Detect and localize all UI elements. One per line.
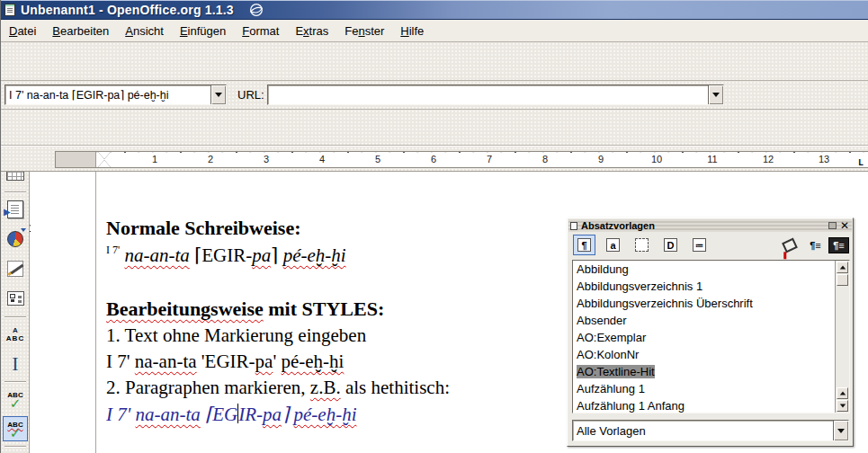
openoffice-logo-icon <box>246 2 266 18</box>
ruler-number: 8 <box>540 154 550 164</box>
style-list[interactable]: Abbildung Abbildungsverzeichnis 1 Abbild… <box>572 260 850 413</box>
toolbar-divider <box>4 316 26 318</box>
toolbar-divider <box>4 381 26 383</box>
page-styles-button[interactable]: D <box>659 235 682 255</box>
paragraph-styles-icon: ¶ <box>577 238 591 252</box>
page-text-boundary <box>95 172 96 453</box>
horizontal-ruler[interactable]: 1 2 3 4 5 6 7 8 9 10 11 12 13 L <box>55 151 868 168</box>
ruler-row: L 1 2 3 4 5 6 7 8 9 10 11 12 13 L <box>1 146 868 172</box>
pen-icon <box>7 261 23 277</box>
stylist-title: Absatzvorlagen <box>581 220 655 231</box>
ruler-number: 13 <box>816 154 832 164</box>
numbering-styles-button[interactable]: ≔ <box>688 235 711 255</box>
doc-step1: 1. Text ohne Markierung eingeben <box>106 324 366 347</box>
update-style-icon: ¶≡ <box>828 237 849 253</box>
hyperlink-toolbar: I 7' na-an-ta ⌈EGIR-pa⌉ pé-eḫ-ḫi URL: <box>1 81 868 110</box>
scrollbar-thumb[interactable] <box>837 274 848 286</box>
ruler-number: 12 <box>760 154 776 164</box>
indent-marker[interactable] <box>98 152 111 167</box>
stylist-window: Absatzvorlagen ✕ ¶ a D ≔ ¶≡ ¶≡ Abbildung… <box>567 218 854 447</box>
doc-heading-styles: Bearbeitungsweise mit STYLES: <box>106 298 384 321</box>
scroll-up-button-2[interactable] <box>837 387 848 399</box>
style-list-item[interactable]: Aufzählung 1 Anfang <box>573 397 849 413</box>
chevron-down-icon <box>215 93 222 97</box>
character-styles-icon: a <box>606 238 620 252</box>
list-scrollbar[interactable] <box>835 261 849 413</box>
menu-datei[interactable]: Datei <box>1 22 44 40</box>
ruler-number: 6 <box>428 154 439 164</box>
style-list-item[interactable]: Absender <box>573 312 849 329</box>
close-button[interactable]: ✕ <box>840 221 849 230</box>
stylist-title-bar[interactable]: Absatzvorlagen ✕ <box>568 219 852 232</box>
chart-pie-icon <box>7 231 23 247</box>
right-tab-marker: L <box>858 158 864 168</box>
auto-spellcheck-button[interactable]: ABC ✓ <box>3 416 28 441</box>
doc-line-hittite: I 7' na-an-ta ⌈EGIR-pa⌉ pé-eḫ-ḫi <box>106 404 357 426</box>
autotext-button[interactable]: A ABC <box>3 322 28 347</box>
style-list-item[interactable]: Abbildungsverzeichnis Überschrift <box>573 295 849 312</box>
application-window: Unbenannt1 - OpenOffice.org 1.1.3 Datei … <box>0 0 868 453</box>
ruler-number: 5 <box>372 154 383 164</box>
url-input[interactable] <box>267 84 724 105</box>
toolbar-divider <box>4 446 26 448</box>
style-list-item[interactable]: AO:Exemplar <box>573 329 849 346</box>
style-list-item-selected[interactable]: AO:Textline-Hit <box>573 363 849 380</box>
stick-button[interactable] <box>828 222 837 229</box>
ruler-number: 10 <box>649 154 665 164</box>
scroll-down-button[interactable] <box>837 400 848 412</box>
first-line-indent-icon <box>98 152 111 159</box>
url-dropdown-button[interactable] <box>708 85 723 104</box>
menu-fenster[interactable]: Fenster <box>336 22 392 40</box>
form-functions-button[interactable] <box>3 286 28 311</box>
menu-extras[interactable]: Extras <box>287 22 336 40</box>
menu-format[interactable]: Format <box>234 22 287 40</box>
menu-einfuegen[interactable]: Einfügen <box>172 22 234 40</box>
insert-object-button[interactable] <box>3 226 28 252</box>
cursor-i-icon: I <box>12 352 18 376</box>
function-toolbar: ➜PDF ✂ ↶ ↷ 150% <box>1 42 868 81</box>
find-button[interactable] <box>3 449 28 453</box>
triangle-down-icon <box>839 404 845 408</box>
triangle-up-icon <box>839 266 845 270</box>
style-list-item[interactable]: Abbildungsverzeichnis 1 <box>573 278 849 295</box>
character-styles-button[interactable]: a <box>602 235 624 255</box>
style-filter-combobox[interactable]: Alle Vorlagen <box>572 420 849 441</box>
format-toolbar: AO:Textline-Hit Semiramis 12 A A A ▶¶ ¶◀… <box>1 110 868 146</box>
form-icon <box>7 291 24 306</box>
title-bar[interactable]: Unbenannt1 - OpenOffice.org 1.1.3 <box>1 0 868 20</box>
doc-line-plain: I 7' na-an-ta 'EGIR-pa' pé-eḫ-ḫi <box>106 351 344 373</box>
style-filter-value: Alle Vorlagen <box>577 424 646 438</box>
insert-table-button[interactable] <box>3 172 28 186</box>
draw-functions-button[interactable] <box>3 256 28 281</box>
document-icon <box>4 4 15 16</box>
menu-ansicht[interactable]: Ansicht <box>117 22 172 40</box>
spellcheck-icon: ABC ✓ <box>7 391 22 408</box>
menu-hilfe[interactable]: Hilfe <box>392 22 432 40</box>
style-list-item[interactable]: Abbildung <box>573 261 849 278</box>
direct-cursor-button[interactable]: I <box>3 351 28 377</box>
paragraph-styles-button[interactable]: ¶ <box>573 235 595 255</box>
toolbar-divider <box>4 191 26 193</box>
ruler-number: 1 <box>149 154 160 164</box>
spellcheck-button[interactable]: ABC ✓ <box>3 386 28 412</box>
internet-text-value: I 7' na-an-ta ⌈EGIR-pa⌉ pé-eḫ-ḫi <box>9 88 169 102</box>
filter-dropdown-button[interactable] <box>833 421 848 440</box>
frame-styles-button[interactable] <box>631 235 653 255</box>
menu-bearbeiten[interactable]: Bearbeiten <box>44 22 117 40</box>
scroll-up-button[interactable] <box>837 262 848 273</box>
update-style-button[interactable]: ¶≡ <box>828 235 850 255</box>
style-list-item[interactable]: AO:KolonNr <box>573 346 849 363</box>
ruler-number: 7 <box>484 154 495 164</box>
ruler-number: 4 <box>317 154 327 164</box>
doc-line-normal: I 7' na-an-ta ⌈EGIR-pa⌉ pé-eḫ-ḫi <box>106 244 346 267</box>
fill-format-button[interactable] <box>778 235 801 255</box>
chevron-down-icon <box>712 93 720 97</box>
style-list-item[interactable]: Aufzählung 1 <box>573 380 849 397</box>
text-dropdown-button[interactable] <box>210 85 226 104</box>
main-toolbar-vertical: ▶ A ABC I ABC ✓ ABC ✓ <box>1 172 30 453</box>
new-style-from-selection-button[interactable]: ¶≡ <box>804 235 827 255</box>
insert-button[interactable]: ▶ <box>3 197 28 222</box>
internet-text-combobox[interactable]: I 7' na-an-ta ⌈EGIR-pa⌉ pé-eḫ-ḫi <box>4 84 227 105</box>
url-label: URL: <box>237 88 264 102</box>
frame-styles-icon <box>635 238 649 252</box>
